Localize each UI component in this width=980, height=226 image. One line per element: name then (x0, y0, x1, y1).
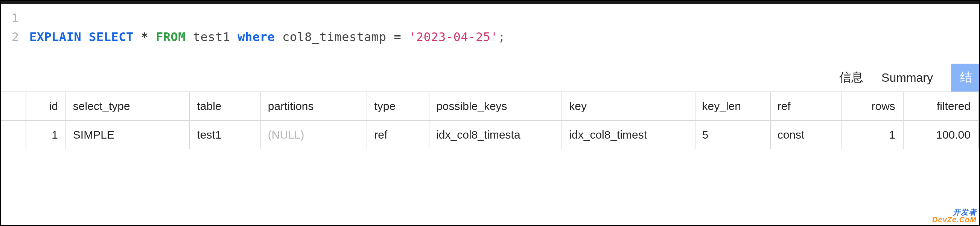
keyword-from: FROM (156, 30, 186, 44)
cell-table[interactable]: test1 (190, 121, 261, 149)
cell-filtered[interactable]: 100.00 (903, 121, 978, 149)
keyword-where: where (237, 30, 275, 44)
keyword-explain: EXPLAIN (29, 30, 81, 44)
semicolon: ; (498, 30, 506, 44)
cell-id[interactable]: 1 (26, 121, 66, 149)
column-header-type[interactable]: type (367, 92, 429, 121)
line-number: 1 (1, 11, 29, 25)
cell-partitions[interactable]: (NULL) (261, 121, 368, 149)
watermark: 开发者 DevZe.CoM (932, 208, 977, 223)
column-header-partitions[interactable]: partitions (261, 92, 368, 121)
equals-operator: = (394, 30, 402, 44)
table-name: test1 (193, 30, 230, 44)
table-row[interactable]: 1SIMPLEtest1(NULL)refidx_col8_timestaidx… (1, 121, 978, 149)
cell-rows[interactable]: 1 (841, 121, 903, 149)
tab-result[interactable]: 结 (951, 64, 979, 92)
row-handle[interactable] (1, 121, 26, 149)
column-header-filtered[interactable]: filtered (903, 92, 978, 121)
cell-type[interactable]: ref (367, 121, 429, 149)
cell-key_len[interactable]: 5 (695, 121, 770, 149)
result-grid: idselect_typetablepartitionstypepossible… (1, 92, 979, 149)
sql-tool-window: 1 2 EXPLAIN SELECT * FROM test1 where co… (0, 0, 980, 226)
watermark-line1: 开发者 (932, 208, 977, 216)
column-header-key[interactable]: key (562, 92, 695, 121)
row-handle-header (1, 92, 26, 121)
line-content[interactable]: EXPLAIN SELECT * FROM test1 where col8_t… (29, 30, 506, 44)
editor-line: 2 EXPLAIN SELECT * FROM test1 where col8… (1, 30, 979, 49)
tab-summary[interactable]: Summary (881, 71, 933, 85)
cell-possible_keys[interactable]: idx_col8_timesta (429, 121, 562, 149)
column-header-rows[interactable]: rows (841, 92, 903, 121)
column-header-table[interactable]: table (190, 92, 261, 121)
editor-line: 1 (1, 11, 979, 30)
cell-ref[interactable]: const (770, 121, 841, 149)
result-tabs: 信息 Summary 结 (1, 64, 979, 92)
table-header-row: idselect_typetablepartitionstypepossible… (1, 92, 978, 121)
sql-editor[interactable]: 1 2 EXPLAIN SELECT * FROM test1 where co… (1, 4, 979, 64)
column-header-id[interactable]: id (26, 92, 66, 121)
star-operator: * (141, 30, 148, 44)
window-top-bar (1, 1, 979, 4)
column-header-ref[interactable]: ref (770, 92, 841, 121)
column-header-possible_keys[interactable]: possible_keys (429, 92, 562, 121)
column-header-select_type[interactable]: select_type (66, 92, 190, 121)
watermark-line2: DevZe.CoM (932, 216, 977, 223)
column-header-key_len[interactable]: key_len (695, 92, 770, 121)
keyword-select: SELECT (89, 30, 134, 44)
string-literal: '2023-04-25' (409, 30, 498, 44)
result-table[interactable]: idselect_typetablepartitionstypepossible… (1, 92, 979, 149)
column-name: col8_timestamp (282, 30, 387, 44)
tab-info[interactable]: 信息 (839, 69, 863, 86)
cell-key[interactable]: idx_col8_timest (562, 121, 695, 149)
line-number: 2 (1, 30, 29, 44)
cell-select_type[interactable]: SIMPLE (66, 121, 190, 149)
